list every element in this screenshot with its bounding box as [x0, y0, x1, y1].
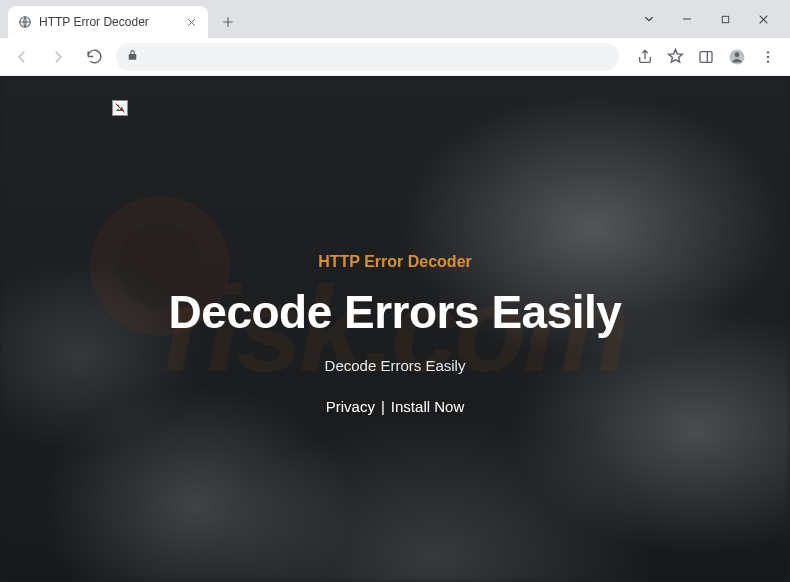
link-separator: |	[381, 398, 385, 415]
svg-point-4	[735, 52, 740, 57]
headline-text: Decode Errors Easily	[169, 285, 622, 339]
hero-links: Privacy | Install Now	[326, 398, 464, 415]
profile-icon[interactable]	[728, 48, 746, 66]
back-button[interactable]	[8, 43, 36, 71]
page-viewport: risk.com HTTP Error Decoder Decode Error…	[0, 76, 790, 582]
hero-content: HTTP Error Decoder Decode Errors Easily …	[0, 76, 790, 582]
close-icon[interactable]	[754, 10, 772, 28]
url-input[interactable]	[147, 49, 609, 64]
address-bar[interactable]	[116, 43, 619, 71]
install-link[interactable]: Install Now	[391, 398, 464, 415]
share-icon[interactable]	[637, 49, 653, 65]
browser-tab[interactable]: HTTP Error Decoder	[8, 6, 208, 38]
side-panel-icon[interactable]	[698, 49, 714, 65]
reload-button[interactable]	[80, 43, 108, 71]
browser-toolbar	[0, 38, 790, 76]
minimize-icon[interactable]	[678, 10, 696, 28]
svg-rect-2	[700, 51, 712, 62]
globe-icon	[18, 15, 32, 29]
menu-icon[interactable]	[760, 49, 776, 65]
chevron-down-icon[interactable]	[640, 10, 658, 28]
window-controls	[640, 0, 790, 38]
subhead-text: Decode Errors Easily	[325, 357, 466, 374]
eyebrow-text: HTTP Error Decoder	[318, 253, 472, 271]
bookmark-icon[interactable]	[667, 48, 684, 65]
maximize-icon[interactable]	[716, 10, 734, 28]
svg-rect-1	[722, 16, 728, 22]
forward-button[interactable]	[44, 43, 72, 71]
svg-point-6	[767, 55, 769, 57]
lock-icon	[126, 48, 139, 66]
close-tab-icon[interactable]	[184, 15, 198, 29]
privacy-link[interactable]: Privacy	[326, 398, 375, 415]
svg-point-5	[767, 51, 769, 53]
toolbar-right-icons	[627, 48, 782, 66]
new-tab-button[interactable]	[214, 8, 242, 36]
browser-titlebar: HTTP Error Decoder	[0, 0, 790, 38]
tab-title: HTTP Error Decoder	[39, 15, 177, 29]
svg-point-7	[767, 60, 769, 62]
